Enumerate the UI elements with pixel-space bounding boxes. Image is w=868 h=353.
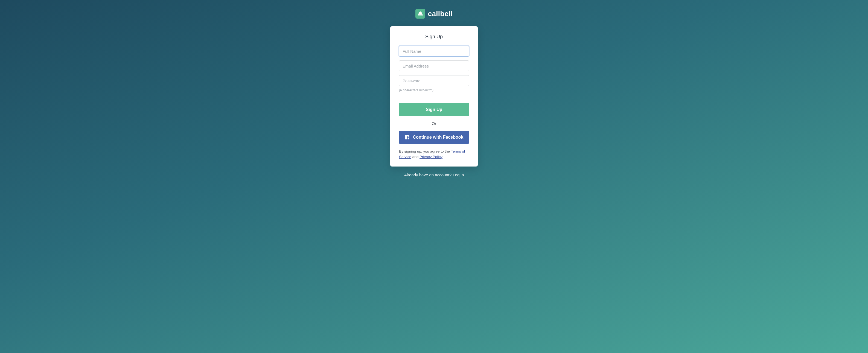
signup-button-label: Sign Up xyxy=(426,107,442,112)
terms-mid: and xyxy=(411,155,420,159)
card-title: Sign Up xyxy=(399,34,469,40)
facebook-icon xyxy=(405,135,410,140)
login-link[interactable]: Log in xyxy=(453,172,464,177)
facebook-button-label: Continue with Facebook xyxy=(413,135,464,140)
bell-icon xyxy=(415,9,425,19)
brand-name: callbell xyxy=(428,9,453,18)
footer: Already have an account? Log in xyxy=(404,172,464,177)
password-input[interactable] xyxy=(399,75,469,86)
terms-text: By signing up, you agree to the Terms of… xyxy=(399,149,469,159)
signup-button[interactable]: Sign Up xyxy=(399,103,469,116)
signup-card: Sign Up (6 characters minimum) Sign Up O… xyxy=(390,26,478,166)
terms-prefix: By signing up, you agree to the xyxy=(399,149,451,153)
fullname-input[interactable] xyxy=(399,46,469,57)
password-hint: (6 characters minimum) xyxy=(399,88,469,92)
privacy-policy-link[interactable]: Privacy Policy xyxy=(420,155,442,159)
facebook-button[interactable]: Continue with Facebook xyxy=(399,131,469,144)
email-input[interactable] xyxy=(399,60,469,71)
footer-prompt: Already have an account? xyxy=(404,172,453,177)
brand-logo-row: callbell xyxy=(415,9,453,19)
or-separator: Or xyxy=(399,121,469,126)
svg-rect-0 xyxy=(418,15,423,15)
